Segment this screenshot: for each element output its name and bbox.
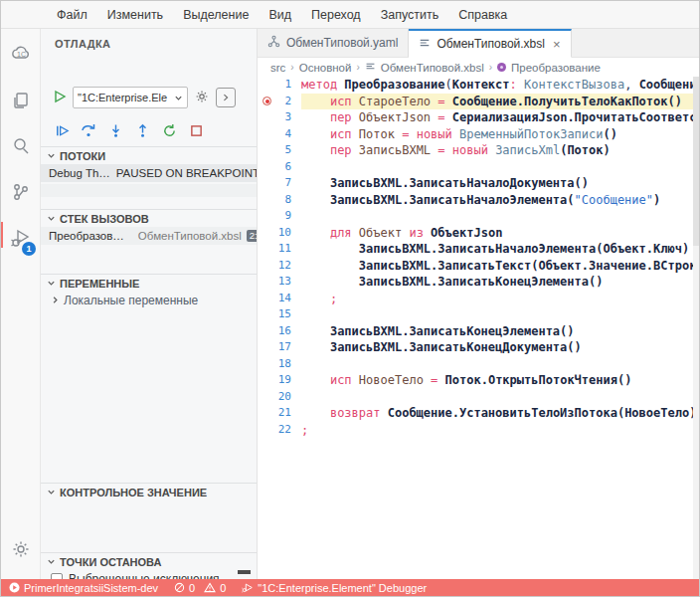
debug-badge: 1: [22, 242, 36, 256]
close-icon[interactable]: ×: [553, 37, 561, 52]
line-number[interactable]: 7: [258, 175, 301, 192]
code-line[interactable]: 1метод Преобразование(Контекст: Контекст…: [258, 77, 699, 94]
scrollbar-thumb[interactable]: [693, 77, 699, 246]
breakpoint-option-row[interactable]: Выброшенные исключения: [41, 570, 257, 579]
line-number[interactable]: 14: [258, 291, 301, 307]
thread-row[interactable]: Debug Th… PAUSED ON BREAKPOINT: [41, 164, 257, 182]
menu-item[interactable]: Выделение: [173, 1, 259, 29]
line-number[interactable]: 10: [258, 225, 301, 242]
activity-item-search[interactable]: [1, 126, 40, 170]
menu-item[interactable]: Переход: [301, 1, 371, 29]
step-into-button[interactable]: [106, 121, 124, 139]
editor-scrollbar[interactable]: [693, 77, 699, 579]
code-line[interactable]: 19 исп НовоеТело = Поток.ОткрытьПотокЧте…: [258, 372, 699, 389]
code-line[interactable]: 3 пер ОбъектJson = СериализацияJson.Проч…: [258, 109, 699, 126]
stack-frame-row[interactable]: Преобразов… ОбменТиповой.xbsl 2:0: [41, 227, 257, 245]
line-number[interactable]: 11: [258, 241, 301, 258]
breadcrumb-file[interactable]: ОбменТиповой.xbsl: [381, 62, 484, 74]
tab-obmentipovoy-yaml[interactable]: ОбменТиповой.yaml: [258, 29, 409, 57]
line-number[interactable]: 12: [258, 258, 301, 275]
line-number[interactable]: 21: [258, 405, 301, 422]
code-line[interactable]: 12 ЗаписьВXML.ЗаписатьТекст(Объект.Значе…: [258, 258, 699, 275]
activity-bar: 1C 1: [1, 29, 41, 579]
line-number[interactable]: 9: [258, 208, 301, 225]
code-line[interactable]: 11 ЗаписьВXML.ЗаписатьНачалоЭлемента(Объ…: [258, 241, 699, 258]
code-line[interactable]: 2 исп СтароеТело = Сообщение.ПолучитьТел…: [258, 94, 699, 110]
status-bar: PrimerIntegratsiiSistem-dev 0 0 "1C:Ente…: [1, 579, 699, 596]
variables-section: ПЕРЕМЕННЫЕ Локальные переменные: [41, 274, 257, 309]
stop-button[interactable]: [187, 121, 205, 139]
local-variables-row[interactable]: Локальные переменные: [41, 292, 257, 309]
breadcrumb-osnovnoy[interactable]: Основной: [299, 62, 352, 74]
restart-button[interactable]: [160, 121, 178, 139]
code-line[interactable]: 9: [258, 208, 699, 225]
call-stack-section-header[interactable]: СТЕК ВЫЗОВОВ: [41, 210, 257, 227]
code-line[interactable]: 17 ЗаписьВXML.ЗаписатьКонецДокумента(): [258, 339, 699, 356]
line-number[interactable]: 15: [258, 306, 301, 323]
activity-item-source-control[interactable]: [1, 172, 40, 216]
status-problems[interactable]: 0 0: [174, 582, 226, 594]
line-number[interactable]: 22: [258, 422, 301, 439]
activity-item-1c-cloud[interactable]: 1C: [1, 35, 40, 79]
code-line[interactable]: 21 возврат Сообщение.УстановитьТелоИзПот…: [258, 405, 699, 422]
code-line[interactable]: 4 исп Поток = новый ВременныйПотокЗаписи…: [258, 126, 699, 143]
line-number[interactable]: 6: [258, 159, 301, 176]
step-over-button[interactable]: [80, 121, 97, 139]
line-number[interactable]: 13: [258, 274, 301, 291]
activity-item-run-debug[interactable]: 1: [1, 218, 40, 262]
line-number[interactable]: 19: [258, 372, 301, 389]
code-editor[interactable]: 1метод Преобразование(Контекст: Контекст…: [258, 77, 699, 579]
activity-item-explorer[interactable]: [1, 81, 40, 124]
threads-section-header[interactable]: ПОТОКИ: [41, 147, 257, 164]
menu-item[interactable]: Вид: [259, 1, 301, 29]
start-debug-button[interactable]: [53, 90, 67, 106]
activity-item-settings[interactable]: [1, 529, 40, 573]
line-number[interactable]: 18: [258, 356, 301, 373]
code-line[interactable]: 22;: [258, 422, 699, 439]
code-line-text: ЗаписьВXML.ЗаписатьКонецЭлемента(): [301, 274, 699, 291]
code-line[interactable]: 8 ЗаписьВXML.ЗаписатьНачалоЭлемента("Соо…: [258, 192, 699, 209]
yaml-file-icon: [267, 35, 280, 51]
open-debug-console-button[interactable]: [216, 88, 236, 107]
code-line[interactable]: 5 пер ЗаписьВXML = новый ЗаписьXml(Поток…: [258, 142, 699, 159]
continue-button[interactable]: [53, 121, 71, 139]
line-number[interactable]: 16: [258, 323, 301, 340]
line-number[interactable]: 17: [258, 339, 301, 356]
line-number[interactable]: 2: [258, 94, 301, 110]
code-line[interactable]: 7 ЗаписьВXML.ЗаписатьНачалоДокумента(): [258, 175, 699, 192]
code-line[interactable]: 16 ЗаписьВXML.ЗаписатьКонецЭлемента(): [258, 323, 699, 340]
code-line[interactable]: 13 ЗаписьВXML.ЗаписатьКонецЭлемента(): [258, 274, 699, 291]
breadcrumb-src[interactable]: src: [270, 62, 285, 74]
variables-section-header[interactable]: ПЕРЕМЕННЫЕ: [41, 275, 257, 292]
code-line[interactable]: 6: [258, 159, 699, 176]
debug-toolbar: [53, 120, 205, 140]
line-number[interactable]: 5: [258, 142, 301, 159]
step-out-button[interactable]: [133, 121, 151, 139]
menu-item[interactable]: Справка: [448, 1, 517, 29]
menu-item[interactable]: Запустить: [371, 1, 449, 29]
launch-config-select[interactable]: "1C:Enterprise.Ele: [73, 87, 188, 108]
code-line[interactable]: 14 ;: [258, 291, 699, 307]
line-number[interactable]: 4: [258, 126, 301, 143]
tab-obmentipovoy-xbsl[interactable]: ОбменТиповой.xbsl ×: [409, 29, 571, 58]
watch-section-header[interactable]: КОНТРОЛЬНОЕ ЗНАЧЕНИЕ: [41, 484, 257, 500]
breakpoint-icon[interactable]: [262, 97, 271, 105]
code-line[interactable]: 15: [258, 306, 699, 323]
line-number[interactable]: 20: [258, 389, 301, 406]
line-number[interactable]: 8: [258, 192, 301, 209]
stack-frame-name: Преобразов…: [49, 230, 124, 242]
code-line[interactable]: 10 для Объект из ОбъектJson: [258, 225, 699, 242]
sidebar-resize-handle[interactable]: [238, 570, 251, 574]
menu-item[interactable]: Изменить: [97, 1, 173, 29]
status-project[interactable]: PrimerIntegratsiiSistem-dev: [9, 582, 158, 594]
line-number[interactable]: 1: [258, 77, 301, 94]
menu-item[interactable]: Файл: [47, 1, 97, 29]
code-line-text: исп Поток = новый ВременныйПотокЗаписи(): [301, 126, 699, 143]
code-line[interactable]: 20: [258, 389, 699, 406]
code-line[interactable]: 18: [258, 356, 699, 373]
breadcrumb-method[interactable]: Преобразование: [511, 62, 601, 74]
launch-settings-gear-button[interactable]: [194, 89, 210, 107]
breakpoints-section-header[interactable]: ТОЧКИ ОСТАНОВА: [41, 553, 257, 570]
status-debugger[interactable]: "1C:Enterprise.Element" Debugger: [242, 582, 427, 594]
line-number[interactable]: 3: [258, 109, 301, 126]
